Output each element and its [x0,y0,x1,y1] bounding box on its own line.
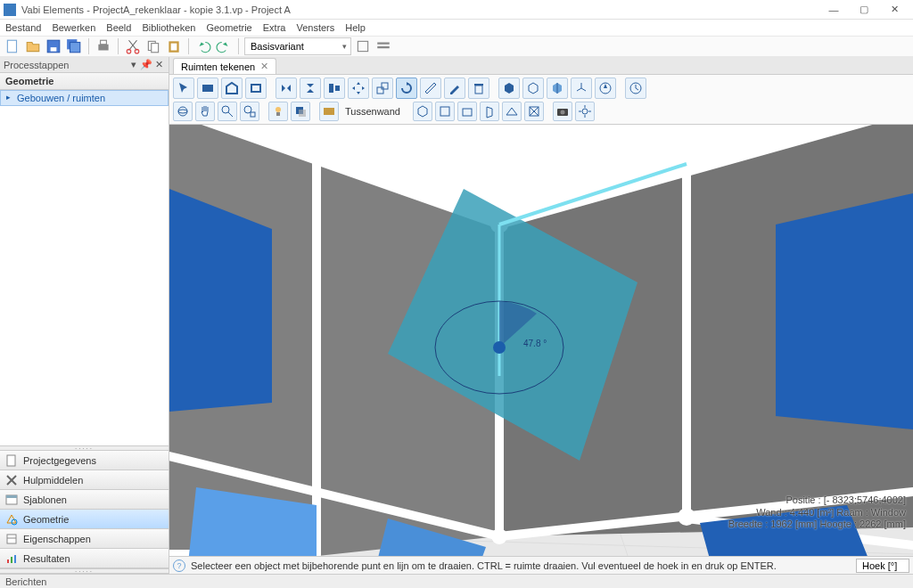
minimize-button[interactable]: ― [818,0,849,20]
nav-geometrie[interactable]: Geometrie [0,510,169,529]
menu-bestand[interactable]: Bestand [5,22,41,33]
panel-header: Processtappen ▾ 📌 ✕ [0,57,169,73]
wall-type-label: Tussenwand [341,106,404,117]
variant-action2-icon[interactable] [374,37,392,55]
main-toolbar: Basisvariant [0,36,913,57]
select-tool-icon[interactable] [173,78,194,99]
nav-projectgegevens[interactable]: Projectgegevens [0,451,169,470]
maximize-button[interactable]: ▢ [849,0,879,20]
clock-icon[interactable] [625,78,646,99]
scale-icon[interactable] [372,78,393,99]
shadow-icon[interactable] [291,102,310,121]
variant-action1-icon[interactable] [354,37,372,55]
view-top-icon[interactable] [435,102,455,121]
svg-rect-44 [324,108,334,115]
orbit-icon[interactable] [173,102,193,121]
rotate-icon[interactable] [396,78,417,99]
menu-beeld[interactable]: Beeld [106,22,131,33]
tab-close-icon[interactable]: ✕ [260,61,268,72]
open-icon[interactable] [24,37,42,55]
cube-wire-icon[interactable] [522,78,544,99]
mirror-v-icon[interactable] [300,78,321,99]
settings-icon[interactable] [575,102,595,121]
svg-rect-27 [329,84,333,93]
move-icon[interactable] [348,78,369,99]
align-icon[interactable] [324,78,345,99]
wall-type-icon[interactable] [319,102,339,121]
tree-node-gebouwen[interactable]: Gebouwen / ruimten [0,90,169,106]
menu-geometrie[interactable]: Geometrie [206,22,251,33]
help-icon[interactable]: ? [173,559,185,572]
nav-resultaten[interactable]: Resultaten [0,549,169,568]
bottom-bar: Berichten [0,574,913,588]
panel-title: Processtappen [4,60,69,70]
cube-shade-icon[interactable] [547,78,568,99]
room-tool-icon[interactable] [221,78,243,99]
menu-extra[interactable]: Extra [263,22,286,33]
menubar: Bestand Bewerken Beeld Bibliotheken Geom… [0,20,913,36]
zoom-extents-icon[interactable] [240,102,259,121]
svg-rect-46 [463,109,472,116]
tab-ruimten-tekenen[interactable]: Ruimten tekenen ✕ [173,58,276,74]
view-front-icon[interactable] [457,102,477,121]
nav-sjablonen[interactable]: Sjablonen [0,490,169,510]
pan-icon[interactable] [195,102,215,121]
variant-dropdown[interactable]: Basisvariant [244,37,351,55]
svg-marker-71 [776,193,913,429]
axes-icon[interactable] [571,78,592,99]
svg-rect-13 [358,41,367,51]
saveall-icon[interactable] [65,37,83,55]
svg-rect-14 [377,43,390,45]
svg-point-49 [560,110,564,115]
close-button[interactable]: ✕ [879,0,909,20]
svg-rect-41 [276,112,280,116]
view-side-icon[interactable] [480,102,499,121]
delete-icon[interactable] [468,78,489,99]
redo-icon[interactable] [215,37,233,55]
zoom-icon[interactable] [218,102,237,121]
compass-icon[interactable] [595,78,616,99]
cut-icon[interactable] [124,37,142,55]
panel-menu-icon[interactable]: ▾ [127,59,140,70]
svg-rect-20 [7,535,16,543]
mirror-h-icon[interactable] [276,78,297,99]
menu-bibliotheken[interactable]: Bibliotheken [142,22,195,33]
menu-help[interactable]: Help [345,22,366,33]
svg-rect-5 [98,45,108,51]
svg-rect-2 [51,47,57,52]
svg-point-40 [276,107,281,112]
svg-rect-0 [7,40,16,53]
drawing-toolbar: Tussenwand [169,75,913,125]
nav-eigenschappen[interactable]: Eigenschappen [0,529,169,549]
print-icon[interactable] [95,37,112,55]
menu-vensters[interactable]: Vensters [296,22,334,33]
svg-rect-32 [474,84,483,86]
app-icon [4,4,16,16]
svg-rect-30 [382,83,388,89]
svg-rect-15 [377,46,390,48]
cube-solid-icon[interactable] [498,78,520,99]
rect-tool-icon[interactable] [245,78,267,99]
bottom-tab-berichten[interactable]: Berichten [5,576,46,587]
wall-tool-icon[interactable] [197,78,218,99]
svg-point-35 [178,107,187,116]
copy-icon[interactable] [144,37,162,55]
measure-icon[interactable] [420,78,441,99]
edit-icon[interactable] [444,78,465,99]
new-icon[interactable] [4,37,21,55]
left-sidebar: Processtappen ▾ 📌 ✕ Geometrie Gebouwen /… [0,57,169,574]
view-iso-icon[interactable] [413,102,432,121]
view-persp-icon[interactable] [502,102,522,121]
view-ortho-icon[interactable] [524,102,544,121]
paste-icon[interactable] [165,37,183,55]
undo-icon[interactable] [194,37,212,55]
nav-hulpmiddelen[interactable]: Hulpmiddelen [0,470,169,490]
viewport-3d[interactable]: 47.8 ° Positie : [- 8323;5746;4002] Wand… [169,125,913,556]
save-icon[interactable] [45,37,62,55]
panel-pin-icon[interactable]: 📌 [140,59,152,70]
menu-bewerken[interactable]: Bewerken [52,22,95,33]
camera-icon[interactable] [553,102,572,121]
panel-close-icon[interactable]: ✕ [152,59,165,70]
light-icon[interactable] [268,102,288,121]
angle-input[interactable]: Hoek [°] [856,559,909,573]
